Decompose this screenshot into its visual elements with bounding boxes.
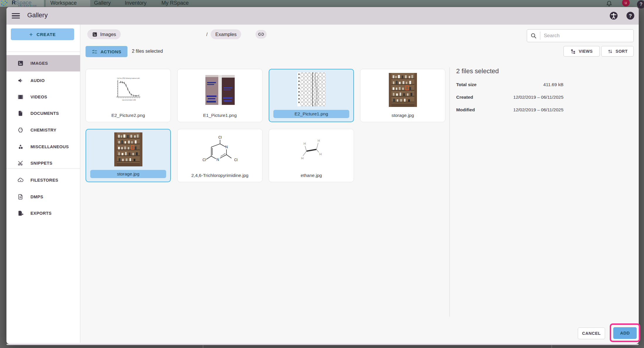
- gallery-main-area: Images / Examples ACTIONS 2 files select…: [80, 25, 639, 343]
- storage-shelves-thumbnail: [360, 69, 445, 111]
- actions-button[interactable]: ACTIONS: [86, 46, 127, 57]
- search-icon: [530, 32, 537, 39]
- filestores-icon: [17, 177, 24, 183]
- logo-dots-icon: [1, 0, 11, 6]
- svg-text:Cl: Cl: [234, 158, 237, 162]
- sidebar-item-documents[interactable]: DOCUMENTS: [6, 105, 80, 122]
- nav-item-workspace[interactable]: Workspace: [50, 0, 77, 7]
- breadcrumb-images-chip[interactable]: Images: [87, 29, 121, 39]
- svg-text:H: H: [319, 152, 322, 156]
- file-card-storage-selected[interactable]: storage.jpg: [86, 129, 171, 182]
- add-button[interactable]: ADD: [613, 327, 637, 339]
- nav-item-my-rspace[interactable]: My RSpace: [161, 0, 189, 7]
- create-button-label: CREATE: [37, 32, 56, 37]
- copy-link-button[interactable]: [255, 30, 267, 39]
- dmps-icon: [17, 194, 24, 200]
- sidebar-item-label: IMAGES: [30, 61, 48, 66]
- dialog-title: Gallery: [27, 11, 48, 19]
- menu-hamburger-icon[interactable]: [12, 11, 21, 20]
- cancel-button[interactable]: CANCEL: [578, 327, 605, 339]
- create-button[interactable]: + CREATE: [11, 28, 74, 40]
- sidebar-item-label: VIDEOS: [30, 95, 47, 99]
- dialog-header: Gallery ?: [6, 7, 639, 25]
- lab-photo-thumbnail: [178, 69, 262, 111]
- snippets-icon: [17, 160, 24, 166]
- top-navbar: RSpace ENTERPRISE Workspace Gallery Inve…: [0, 0, 644, 7]
- sidebar-item-chemistry[interactable]: CHEMISTRY: [6, 122, 80, 138]
- sidebar-item-images[interactable]: IMAGES: [6, 55, 80, 71]
- chemical-structure-thumbnail: H H H H: [269, 129, 354, 171]
- file-card-storage[interactable]: storage.jpg: [360, 69, 445, 122]
- notifications-bell-icon[interactable]: [605, 0, 613, 7]
- user-avatar[interactable]: u: [622, 0, 630, 6]
- link-icon: [258, 31, 264, 37]
- file-card-e2-picture2[interactable]: Cell line JP52 following treatment with …: [86, 69, 171, 122]
- actions-button-label: ACTIONS: [100, 49, 121, 54]
- sort-arrows-icon: [607, 49, 613, 54]
- nav-item-inventory[interactable]: Inventory: [125, 0, 146, 7]
- file-card-trichloropyrimidine[interactable]: Cl Cl Cl N N: [177, 129, 263, 182]
- file-card-ethane[interactable]: H H H H ethane.jpg: [269, 129, 354, 182]
- gallery-sidebar: + CREATE IMAGES AUDIO VIDEOS DOCUMENTS C…: [6, 25, 80, 343]
- help-icon[interactable]: ?: [626, 11, 635, 20]
- grid-details-divider: [449, 67, 450, 317]
- file-name: 2,4,6-Trichloropyrimidine.jpg: [180, 173, 260, 178]
- svg-text:Cell line JP52 following treat: Cell line JP52 following treatment with: [117, 78, 140, 79]
- details-heading: 2 files selected: [456, 67, 499, 75]
- file-card-e2-picture1-selected[interactable]: E2_Picture1.png: [269, 69, 354, 122]
- nav-item-gallery[interactable]: Gallery: [94, 0, 111, 7]
- audio-icon: [17, 77, 24, 84]
- views-button-label: VIEWS: [579, 49, 593, 54]
- chemical-structure-thumbnail: Cl Cl Cl N N: [178, 129, 262, 171]
- mesh-grid-thumbnail: [269, 69, 353, 109]
- details-value: 12/02/2019 – 06/11/2025: [513, 107, 563, 112]
- svg-text:H: H: [318, 139, 320, 142]
- sidebar-item-miscellaneous[interactable]: MISCELLANEOUS: [6, 139, 80, 155]
- checklist-icon: [92, 49, 98, 54]
- svg-text:H: H: [304, 142, 306, 145]
- logo-subtitle: ENTERPRISE: [18, 5, 37, 7]
- sidebar-item-filestores[interactable]: FILESTORES: [6, 172, 80, 188]
- page-help-icon[interactable]: ?: [637, 0, 644, 8]
- details-label: Total size: [456, 82, 476, 87]
- sidebar-item-label: SNIPPETS: [30, 161, 52, 166]
- svg-text:Cl: Cl: [202, 158, 206, 162]
- details-row-modified: Modified 12/02/2019 – 06/11/2025: [456, 107, 563, 113]
- background-table-divider: [551, 345, 552, 348]
- sort-button-label: SORT: [616, 49, 628, 54]
- details-value: 12/02/2019 – 06/11/2025: [513, 95, 563, 100]
- sidebar-item-label: FILESTORES: [30, 178, 58, 182]
- documents-icon: [17, 110, 24, 117]
- sidebar-item-videos[interactable]: VIDEOS: [6, 89, 80, 105]
- sidebar-item-dmps[interactable]: DMPS: [6, 189, 80, 205]
- sidebar-divider: [6, 52, 80, 52]
- rspace-logo[interactable]: RSpace ENTERPRISE: [0, 0, 44, 7]
- svg-text:Cl: Cl: [218, 135, 222, 139]
- sidebar-divider: [6, 168, 80, 169]
- accessibility-icon[interactable]: [609, 11, 618, 20]
- svg-text:?: ?: [629, 13, 632, 19]
- breadcrumb-examples-chip[interactable]: Examples: [211, 29, 241, 39]
- dose-response-chart-thumbnail: Cell line JP52 following treatment with …: [86, 69, 171, 111]
- views-button[interactable]: VIEWS: [563, 46, 600, 57]
- plus-icon: +: [29, 31, 33, 37]
- svg-text:N: N: [225, 145, 228, 149]
- sidebar-item-label: EXPORTS: [30, 211, 52, 216]
- file-name: ethane.jpg: [271, 173, 351, 178]
- svg-text:H: H: [301, 156, 304, 160]
- sidebar-item-audio[interactable]: AUDIO: [6, 72, 80, 89]
- search-input[interactable]: [540, 33, 633, 39]
- gallery-dialog: Gallery ? + CREATE IMAGES AUDIO VIDEO: [6, 7, 639, 344]
- sidebar-item-exports[interactable]: EXPORTS: [6, 205, 80, 221]
- storage-shelves-thumbnail: [86, 129, 170, 169]
- selection-status: 2 files selected: [132, 49, 163, 54]
- chemistry-icon: [17, 127, 24, 133]
- sidebar-item-snippets[interactable]: SNIPPETS: [6, 155, 80, 171]
- miscellaneous-icon: [17, 144, 24, 150]
- sidebar-item-label: CHEMISTRY: [30, 128, 56, 132]
- sort-button[interactable]: SORT: [601, 46, 634, 57]
- sidebar-item-label: MISCELLANEOUS: [30, 144, 69, 149]
- search-box: [527, 29, 634, 42]
- details-label: Modified: [456, 107, 475, 112]
- file-card-e1-picture1[interactable]: E1_Picture1.png: [177, 69, 263, 122]
